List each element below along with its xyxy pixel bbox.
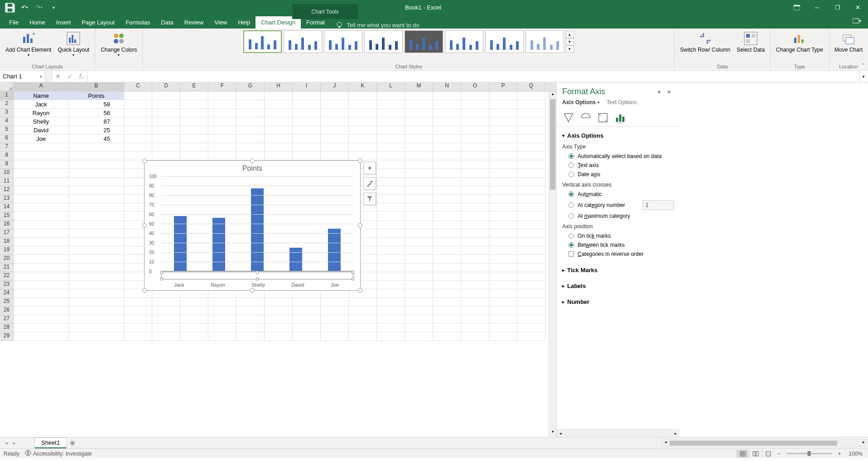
- cell[interactable]: [180, 298, 208, 307]
- cell[interactable]: [349, 91, 377, 100]
- cell[interactable]: [14, 143, 69, 152]
- option-categories-reverse[interactable]: Categories in reverse order: [562, 250, 674, 259]
- cell[interactable]: David: [14, 126, 69, 134]
- cell[interactable]: Joe: [14, 134, 69, 143]
- quick-layout-button[interactable]: Quick Layout ▾: [56, 30, 91, 58]
- cell[interactable]: [69, 307, 124, 315]
- cell[interactable]: [461, 221, 489, 229]
- cell[interactable]: [377, 100, 405, 109]
- cell[interactable]: [433, 264, 461, 272]
- cell[interactable]: [208, 109, 236, 117]
- cell[interactable]: [517, 229, 545, 238]
- chart-style-1[interactable]: [243, 30, 282, 53]
- cell[interactable]: [236, 307, 265, 315]
- cell[interactable]: [405, 117, 433, 126]
- select-all-cells[interactable]: [0, 82, 14, 91]
- cell[interactable]: [265, 152, 293, 160]
- cell[interactable]: [461, 324, 489, 332]
- change-chart-type-button[interactable]: Change Chart Type: [774, 30, 825, 54]
- cell[interactable]: [236, 298, 265, 307]
- chart-plot-area[interactable]: 0102030405060708090100: [161, 176, 354, 271]
- cell[interactable]: [433, 152, 461, 160]
- cell[interactable]: [14, 315, 69, 324]
- cell[interactable]: [69, 221, 124, 229]
- cell[interactable]: [461, 143, 489, 152]
- cell[interactable]: [69, 264, 124, 272]
- tab-formulas[interactable]: Formulas: [120, 16, 155, 29]
- cell[interactable]: [517, 264, 545, 272]
- col-header-H[interactable]: H: [265, 82, 293, 91]
- cell[interactable]: [69, 152, 124, 160]
- h-scroll-right[interactable]: ▸: [860, 440, 868, 447]
- row-header-21[interactable]: 21: [0, 264, 14, 272]
- row-header-22[interactable]: 22: [0, 272, 14, 281]
- cell[interactable]: [377, 178, 405, 186]
- zoom-slider[interactable]: [786, 453, 832, 454]
- cell[interactable]: [517, 100, 545, 109]
- cell[interactable]: Jack: [14, 100, 69, 109]
- cell[interactable]: [377, 324, 405, 332]
- cell[interactable]: [321, 100, 349, 109]
- subtab-text-options[interactable]: Text Options: [607, 99, 637, 106]
- row-header-9[interactable]: 9: [0, 160, 14, 169]
- col-header-A[interactable]: A: [14, 82, 69, 91]
- cell[interactable]: [517, 91, 545, 100]
- cell[interactable]: [321, 332, 349, 341]
- tab-file[interactable]: File: [4, 16, 24, 29]
- cell[interactable]: [433, 272, 461, 281]
- cell[interactable]: [461, 160, 489, 169]
- cell[interactable]: [489, 324, 517, 332]
- col-header-P[interactable]: P: [489, 82, 517, 91]
- cell[interactable]: [433, 298, 461, 307]
- cell[interactable]: [377, 203, 405, 212]
- cell[interactable]: [433, 126, 461, 134]
- cell[interactable]: [208, 152, 236, 160]
- cell[interactable]: [14, 307, 69, 315]
- cell[interactable]: [293, 117, 321, 126]
- cell[interactable]: [489, 255, 517, 264]
- cell[interactable]: [265, 117, 293, 126]
- cell[interactable]: [433, 324, 461, 332]
- cell[interactable]: [405, 238, 433, 246]
- cell[interactable]: [152, 117, 180, 126]
- cell[interactable]: [265, 324, 293, 332]
- cell[interactable]: [517, 143, 545, 152]
- scroll-down-button[interactable]: ▾: [549, 429, 556, 437]
- cell[interactable]: [208, 134, 236, 143]
- cell[interactable]: [265, 91, 293, 100]
- cell[interactable]: [124, 100, 152, 109]
- cell[interactable]: [405, 203, 433, 212]
- cell[interactable]: [405, 212, 433, 221]
- cell[interactable]: [180, 117, 208, 126]
- row-header-1[interactable]: 1: [0, 91, 14, 100]
- cell[interactable]: [433, 255, 461, 264]
- fill-line-icon[interactable]: [562, 112, 575, 124]
- cell[interactable]: [321, 152, 349, 160]
- chart-bar[interactable]: [251, 188, 264, 271]
- cell[interactable]: [461, 178, 489, 186]
- tab-home[interactable]: Home: [24, 16, 51, 29]
- cell[interactable]: [489, 134, 517, 143]
- cell[interactable]: [461, 212, 489, 221]
- cell[interactable]: [14, 203, 69, 212]
- chart-styles-button[interactable]: [363, 177, 376, 190]
- cell[interactable]: [69, 281, 124, 289]
- cell[interactable]: [405, 324, 433, 332]
- cell[interactable]: [433, 289, 461, 298]
- cell[interactable]: [293, 315, 321, 324]
- cell[interactable]: [377, 117, 405, 126]
- cell[interactable]: [377, 186, 405, 195]
- collapse-ribbon-icon[interactable]: ⌃: [861, 62, 865, 68]
- chart-title[interactable]: Points: [145, 161, 360, 176]
- cell[interactable]: [461, 91, 489, 100]
- cell[interactable]: [517, 152, 545, 160]
- row-header-11[interactable]: 11: [0, 178, 14, 186]
- cell[interactable]: [489, 100, 517, 109]
- cell[interactable]: [69, 332, 124, 341]
- col-header-L[interactable]: L: [377, 82, 405, 91]
- cell[interactable]: [152, 109, 180, 117]
- page-layout-view-icon[interactable]: [749, 450, 761, 458]
- cell[interactable]: [433, 186, 461, 195]
- cell[interactable]: [433, 315, 461, 324]
- cell[interactable]: [293, 91, 321, 100]
